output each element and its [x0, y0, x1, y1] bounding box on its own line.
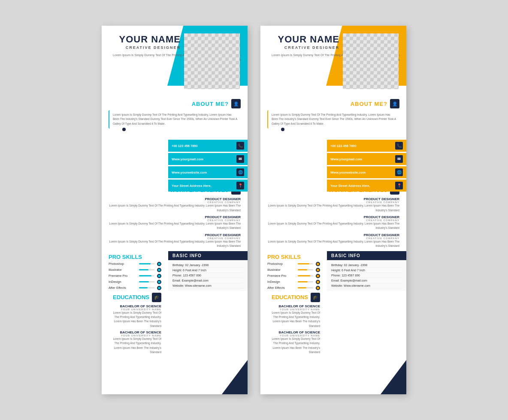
address-icon: 📍 [236, 182, 244, 189]
cv2-skills-list: Photoshop Illustrator Premiere Pro InDes… [267, 262, 320, 290]
cv1-basic-info-header: BASIC INFO [168, 251, 248, 260]
cv1-contact-area: +00 123 456 7890 📞 Www.yourgmail.com ✉ W… [102, 140, 248, 183]
cv1-contact-phone: +00 123 456 7890 📞 [168, 140, 248, 152]
cv2-edu-items: BACHELOR OF SCIENCE YOUR UNIVERSITY NAME… [267, 304, 320, 355]
skill-row: After Effects [109, 286, 161, 290]
cv1-bottom-shape [222, 360, 248, 394]
skill-dot [316, 262, 320, 266]
cv2-work-section: WORK EXPERIENCES ⚙ PRODUCT DESIGNER CREA… [260, 183, 406, 251]
cv2-photo [343, 33, 399, 89]
skill-row: Premiere Pro [109, 274, 161, 278]
cv2-bottom: PRO SKILLS Photoshop Illustrator Premier… [260, 251, 406, 355]
cv2-edu-icon: 🎓 [311, 293, 320, 302]
skill-bar [139, 281, 154, 282]
cv2-about-title: ABOUT ME? 👤 [267, 99, 399, 108]
skill-row: Premiere Pro [267, 274, 320, 278]
cv1-about-icon: 👤 [231, 99, 241, 108]
page-wrapper: YOUR NAME CREATIVE DESIGNER Lorem Ipsum … [85, 0, 423, 420]
skill-row: InDesign [109, 280, 161, 284]
work-item: PRODUCT DESIGNER CREATIVE COMPANY Lorem … [109, 233, 241, 249]
website-icon: 🌐 [236, 168, 244, 176]
cv1-name: YOUR NAME [109, 34, 181, 45]
basic-info-row: Height: 6 Feet And 7 Inch [331, 268, 402, 273]
cv2-email-icon: ✉ [395, 155, 403, 163]
skill-bar [139, 263, 154, 264]
skill-dot [157, 280, 161, 284]
cv1-contact-website: Www.yourwebsite.com 🌐 [168, 166, 248, 178]
skill-bar [139, 269, 154, 270]
cv2-contact-area: +00 123 456 7890 📞 Www.yourgmail.com ✉ W… [260, 140, 406, 183]
skill-row: InDesign [267, 280, 320, 284]
skill-row: Photoshop [267, 262, 320, 266]
skill-dot [157, 268, 161, 272]
cv2-bottom-shape [381, 360, 406, 394]
skill-dot [157, 286, 161, 290]
skill-bar [298, 281, 313, 282]
skill-bar [298, 287, 313, 288]
work-item: PRODUCT DESIGNER CREATIVE COMPANY Lorem … [267, 233, 399, 249]
skill-row: Illustrator [267, 268, 320, 272]
skill-dot [316, 286, 320, 290]
cv2-title: CREATIVE DESIGNER [267, 45, 339, 50]
skill-dot [157, 262, 161, 266]
skill-dot [157, 274, 161, 278]
cv2-basic-info-body: Birthday: 02 January -1998Height: 6 Feet… [327, 260, 406, 291]
cv2-edu-section: EDUCATIONS 🎓 BACHELOR OF SCIENCE YOUR UN… [267, 293, 320, 355]
cv1-card: YOUR NAME CREATIVE DESIGNER Lorem Ipsum … [102, 26, 248, 394]
work-item: PRODUCT DESIGNER CREATIVE COMPANY Lorem … [267, 197, 399, 213]
cv1-skills-list: Photoshop Illustrator Premiere Pro InDes… [109, 262, 161, 290]
work-item: PRODUCT DESIGNER CREATIVE COMPANY Lorem … [267, 215, 399, 231]
basic-info-row: Website: Www.sitename.com [172, 283, 243, 288]
cv2-about-icon: 👤 [390, 99, 399, 108]
edu-item: BACHELOR OF SCIENCE YOUR UNIVERSITY NAME… [109, 304, 161, 329]
cv1-title: CREATIVE DESIGNER [109, 45, 181, 50]
cv2-address-icon: 📍 [395, 182, 403, 189]
cv2-about-text: Lorem Ipsum Is Simply Dummy Text Of The … [272, 113, 396, 126]
cv1-right-col: BASIC INFO Birthday: 02 January -1998Hei… [168, 251, 248, 355]
cv2-work-items: PRODUCT DESIGNER CREATIVE COMPANY Lorem … [267, 197, 399, 248]
cv1-contact-address: Your Street Address Here, 📍 [168, 180, 248, 192]
cv1-edu-title: EDUCATIONS 🎓 [109, 293, 161, 302]
skill-dot [316, 274, 320, 278]
work-item: PRODUCT DESIGNER CREATIVE COMPANY Lorem … [109, 197, 241, 213]
basic-info-row: Birthday: 02 January -1998 [331, 263, 402, 268]
cv1-work-section: WORK EXPERIENCES ⚙ PRODUCT DESIGNER CREA… [102, 183, 248, 251]
cv1-left-col: PRO SKILLS Photoshop Illustrator Premier… [102, 251, 168, 355]
basic-info-row: Phone: 123 4567 890 [331, 273, 402, 278]
cv2-about-box: Lorem Ipsum Is Simply Dummy Text Of The … [267, 110, 399, 129]
email-icon: ✉ [236, 155, 244, 163]
edu-item: BACHELOR OF SCIENCE YOUR UNIVERSITY NAME… [109, 330, 161, 355]
cv1-about-box: Lorem Ipsum Is Simply Dummy Text Of The … [109, 110, 241, 129]
cv2-card: YOUR NAME CREATIVE DESIGNER Lorem Ipsum … [260, 26, 406, 394]
edu-icon: 🎓 [152, 293, 161, 302]
cv1-about-text: Lorem Ipsum Is Simply Dummy Text Of The … [113, 113, 237, 126]
cv1-contact-sidebar: +00 123 456 7890 📞 Www.yourgmail.com ✉ W… [168, 140, 248, 192]
cv2-name: YOUR NAME [267, 34, 339, 45]
cv1-basic-info-body: Birthday: 02 January -1998Height: 6 Feet… [168, 260, 248, 291]
cv2-skills-title: PRO SKILLS [267, 254, 320, 260]
cv2-phone-icon: 📞 [395, 142, 403, 150]
skill-dot [316, 268, 320, 272]
edu-item: BACHELOR OF SCIENCE YOUR UNIVERSITY NAME… [267, 330, 320, 355]
cv2-contact-email: Www.yourgmail.com ✉ [327, 153, 406, 165]
cv1-work-items: PRODUCT DESIGNER CREATIVE COMPANY Lorem … [109, 197, 241, 248]
skill-bar [139, 287, 154, 288]
cv1-about-title: ABOUT ME? 👤 [109, 99, 241, 108]
cv1-bottom: PRO SKILLS Photoshop Illustrator Premier… [102, 251, 248, 355]
skill-dot [316, 280, 320, 284]
edu-item: BACHELOR OF SCIENCE YOUR UNIVERSITY NAME… [267, 304, 320, 329]
cv2-contact-address: Your Street Address Here, 📍 [327, 180, 406, 192]
cv1-about-section: ABOUT ME? 👤 Lorem Ipsum Is Simply Dummy … [102, 96, 248, 131]
skill-bar [298, 275, 313, 276]
skill-row: After Effects [267, 286, 320, 290]
phone-icon: 📞 [236, 142, 244, 150]
cv2-contact-sidebar: +00 123 456 7890 📞 Www.yourgmail.com ✉ W… [327, 140, 406, 192]
work-item: PRODUCT DESIGNER CREATIVE COMPANY Lorem … [109, 215, 241, 231]
cv2-contact-phone: +00 123 456 7890 📞 [327, 140, 406, 152]
cv2-about-section: ABOUT ME? 👤 Lorem Ipsum Is Simply Dummy … [260, 96, 406, 131]
cv2-right-col: BASIC INFO Birthday: 02 January -1998Hei… [327, 251, 406, 355]
skill-bar [298, 263, 313, 264]
skill-row: Photoshop [109, 262, 161, 266]
skill-row: Illustrator [109, 268, 161, 272]
basic-info-row: Email: Example@mail.com [331, 278, 402, 283]
